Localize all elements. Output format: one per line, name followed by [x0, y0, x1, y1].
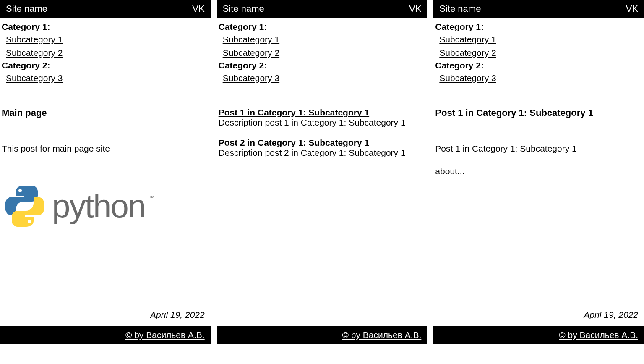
panel-detail: Site name VK Category 1: Subcategory 1 S…	[433, 0, 644, 344]
nav: Category 1: Subcategory 1 Subcategory 2 …	[0, 18, 211, 86]
nav: Category 1: Subcategory 1 Subcategory 2 …	[217, 18, 428, 86]
site-name-link[interactable]: Site name	[439, 3, 481, 14]
content-list: Post 1 in Category 1: Subcategory 1 Desc…	[217, 86, 428, 326]
subcategory-3-link[interactable]: Subcategory 3	[217, 71, 428, 85]
nav: Category 1: Subcategory 1 Subcategory 2 …	[433, 18, 644, 86]
footer-bar: © by Васильев А.В.	[433, 326, 644, 344]
subcategory-1-link[interactable]: Subcategory 1	[217, 33, 428, 46]
vk-link[interactable]: VK	[626, 3, 638, 14]
detail-body: Post 1 in Category 1: Subcategory 1	[435, 144, 642, 154]
site-name-link[interactable]: Site name	[6, 3, 47, 14]
subcategory-3-link[interactable]: Subcategory 3	[0, 71, 211, 85]
post-1-desc: Description post 1 in Category 1: Subcat…	[219, 118, 426, 128]
footer-bar: © by Васильев А.В.	[0, 326, 211, 344]
subcategory-2-link[interactable]: Subcategory 2	[0, 46, 211, 60]
category-2-label: Category 2:	[0, 60, 211, 71]
header-bar: Site name VK	[433, 0, 644, 18]
main-page-title: Main page	[2, 107, 209, 118]
post-date: April 19, 2022	[0, 306, 211, 326]
python-logo-icon	[2, 183, 48, 229]
content-detail: Post 1 in Category 1: Subcategory 1 Post…	[433, 86, 644, 306]
python-logo-row: python ™	[2, 183, 209, 229]
content-main: Main page This post for main page site p…	[0, 86, 211, 306]
subcategory-2-link[interactable]: Subcategory 2	[433, 46, 644, 60]
python-logo-text: python	[52, 187, 145, 225]
detail-about: about...	[435, 166, 642, 176]
post-1-link[interactable]: Post 1 in Category 1: Subcategory 1	[219, 107, 426, 118]
category-1-label: Category 1:	[217, 21, 428, 33]
panel-list: Site name VK Category 1: Subcategory 1 S…	[217, 0, 428, 344]
copyright-link[interactable]: © by Васильев А.В.	[559, 330, 638, 340]
category-1-label: Category 1:	[433, 21, 644, 33]
copyright-link[interactable]: © by Васильев А.В.	[125, 330, 205, 340]
subcategory-2-link[interactable]: Subcategory 2	[217, 46, 428, 60]
detail-title: Post 1 in Category 1: Subcategory 1	[435, 107, 642, 118]
vk-link[interactable]: VK	[409, 3, 421, 14]
category-1-label: Category 1:	[0, 21, 211, 33]
subcategory-1-link[interactable]: Subcategory 1	[433, 33, 644, 46]
category-2-label: Category 2:	[433, 60, 644, 71]
main-page-body: This post for main page site	[2, 144, 209, 154]
header-bar: Site name VK	[217, 0, 428, 18]
vk-link[interactable]: VK	[192, 3, 204, 14]
trademark-icon: ™	[149, 194, 154, 201]
subcategory-1-link[interactable]: Subcategory 1	[0, 33, 211, 46]
copyright-link[interactable]: © by Васильев А.В.	[342, 330, 422, 340]
category-2-label: Category 2:	[217, 60, 428, 71]
post-2-desc: Description post 2 in Category 1: Subcat…	[219, 148, 426, 158]
post-date: April 19, 2022	[433, 306, 644, 326]
panel-main: Site name VK Category 1: Subcategory 1 S…	[0, 0, 211, 344]
subcategory-3-link[interactable]: Subcategory 3	[433, 71, 644, 85]
site-name-link[interactable]: Site name	[223, 3, 264, 14]
header-bar: Site name VK	[0, 0, 211, 18]
footer-bar: © by Васильев А.В.	[217, 326, 428, 344]
post-2-link[interactable]: Post 2 in Category 1: Subcategory 1	[219, 138, 426, 148]
